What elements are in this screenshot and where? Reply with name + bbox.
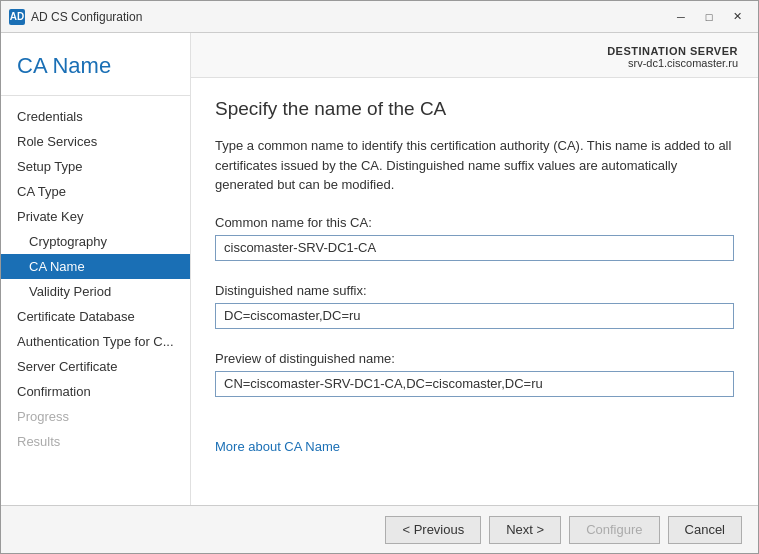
left-panel-title: CA Name [17,53,174,79]
sidebar-item-auth-type[interactable]: Authentication Type for C... [1,329,190,354]
sidebar-item-results: Results [1,429,190,454]
window: AD AD CS Configuration ─ □ ✕ CA Name Cre… [0,0,759,554]
title-bar-left: AD AD CS Configuration [9,9,142,25]
sidebar-item-server-certificate[interactable]: Server Certificate [1,354,190,379]
common-name-group: Common name for this CA: [215,215,734,275]
left-header: CA Name [1,33,190,96]
close-button[interactable]: ✕ [724,7,750,27]
title-bar: AD AD CS Configuration ─ □ ✕ [1,1,758,33]
sidebar-item-validity-period[interactable]: Validity Period [1,279,190,304]
dest-server-label: DESTINATION SERVER [607,45,738,57]
preview-label: Preview of distinguished name: [215,351,734,366]
destination-server: DESTINATION SERVER srv-dc1.ciscomaster.r… [607,45,738,69]
next-button[interactable]: Next > [489,516,561,544]
sidebar-item-confirmation[interactable]: Confirmation [1,379,190,404]
sidebar-item-ca-name[interactable]: CA Name [1,254,190,279]
right-header: DESTINATION SERVER srv-dc1.ciscomaster.r… [191,33,758,78]
right-content: Specify the name of the CA Type a common… [191,78,758,505]
left-panel: CA Name Credentials Role Services Setup … [1,33,191,505]
sidebar-item-setup-type[interactable]: Setup Type [1,154,190,179]
content-area: CA Name Credentials Role Services Setup … [1,33,758,505]
sidebar-item-ca-type[interactable]: CA Type [1,179,190,204]
app-icon: AD [9,9,25,25]
sidebar-item-cryptography[interactable]: Cryptography [1,229,190,254]
cancel-button[interactable]: Cancel [668,516,742,544]
window-controls: ─ □ ✕ [668,7,750,27]
sidebar-item-role-services[interactable]: Role Services [1,129,190,154]
description-text: Type a common name to identify this cert… [215,136,734,195]
sidebar-item-certificate-database[interactable]: Certificate Database [1,304,190,329]
right-panel: DESTINATION SERVER srv-dc1.ciscomaster.r… [191,33,758,505]
maximize-button[interactable]: □ [696,7,722,27]
distinguished-name-input[interactable] [215,303,734,329]
common-name-label: Common name for this CA: [215,215,734,230]
sidebar-item-private-key[interactable]: Private Key [1,204,190,229]
configure-button: Configure [569,516,659,544]
minimize-button[interactable]: ─ [668,7,694,27]
window-title: AD CS Configuration [31,10,142,24]
sidebar-item-credentials[interactable]: Credentials [1,104,190,129]
footer: < Previous Next > Configure Cancel [1,505,758,553]
distinguished-name-group: Distinguished name suffix: [215,283,734,343]
more-about-ca-name-link[interactable]: More about CA Name [215,439,340,454]
nav-list: Credentials Role Services Setup Type CA … [1,96,190,505]
sidebar-item-progress: Progress [1,404,190,429]
page-title: Specify the name of the CA [215,98,734,120]
preview-group: Preview of distinguished name: [215,351,734,411]
preview-input[interactable] [215,371,734,397]
common-name-input[interactable] [215,235,734,261]
previous-button[interactable]: < Previous [385,516,481,544]
dest-server-value: srv-dc1.ciscomaster.ru [607,57,738,69]
distinguished-name-label: Distinguished name suffix: [215,283,734,298]
